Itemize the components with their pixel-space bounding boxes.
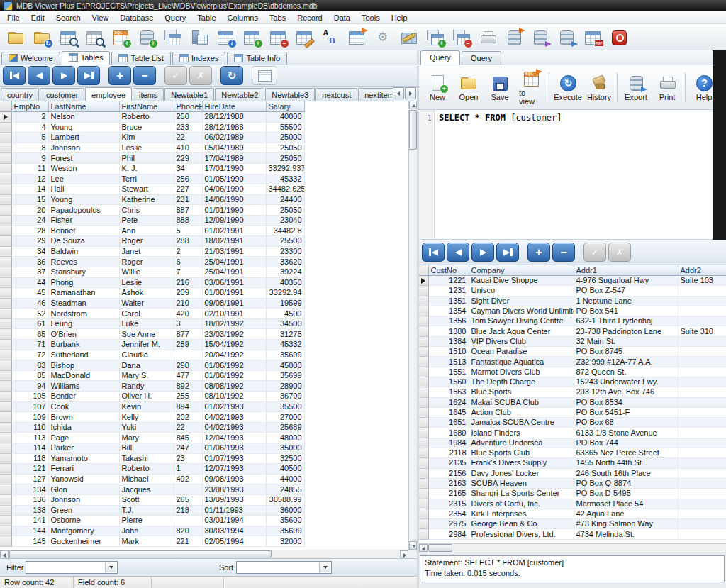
employee-row[interactable]: 94 Williams Randy 892 08/08/1992 28900 bbox=[0, 381, 304, 392]
cell-addr2[interactable] bbox=[678, 448, 726, 458]
cell-firstname[interactable]: Ashok bbox=[119, 288, 174, 299]
cell-lastname[interactable]: MacDonald bbox=[48, 370, 119, 381]
query-export-button[interactable]: Export bbox=[617, 72, 652, 103]
cell-salary[interactable]: 35699 bbox=[266, 370, 304, 381]
customer-row[interactable]: 2163 SCUBA Heaven PO Box Q-8874 bbox=[419, 478, 726, 488]
employee-row[interactable]: 138 Green T.J. 218 01/11/1993 36000 bbox=[0, 505, 304, 516]
column-header[interactable]: FirstName bbox=[119, 101, 174, 112]
open-database-icon[interactable] bbox=[2, 26, 28, 49]
cell-empno[interactable]: 71 bbox=[11, 340, 48, 350]
cell-hiredate[interactable]: 12/09/1990 bbox=[202, 215, 266, 226]
cell-phoneext[interactable]: 255 bbox=[174, 392, 202, 402]
query-save-button[interactable]: Save bbox=[484, 72, 515, 103]
cell-empno[interactable]: 121 bbox=[11, 464, 48, 475]
cell-empno[interactable]: 36 bbox=[11, 257, 48, 267]
export-table-icon[interactable] bbox=[343, 26, 369, 49]
cell-phoneext[interactable]: 250 bbox=[174, 112, 202, 123]
cell-lastname[interactable]: O'Brien bbox=[48, 329, 119, 340]
row-selector[interactable] bbox=[0, 433, 11, 443]
cell-hiredate[interactable]: 21/03/1991 bbox=[202, 246, 266, 257]
cell-phoneext[interactable]: 227 bbox=[174, 184, 202, 195]
cell-addr2[interactable] bbox=[678, 357, 726, 367]
insert-record-button[interactable] bbox=[108, 66, 131, 85]
cell-addr1[interactable]: PO Box Z-547 bbox=[574, 286, 678, 296]
cell-phoneext[interactable] bbox=[174, 350, 202, 360]
sort-combobox[interactable] bbox=[236, 561, 332, 574]
column-header[interactable]: HireDate bbox=[202, 101, 266, 112]
cell-salary[interactable]: 24855 bbox=[266, 484, 304, 495]
cancel-edit-button[interactable] bbox=[189, 66, 212, 85]
cell-company[interactable]: Fantastique Aquatica bbox=[469, 357, 574, 367]
refresh-data-button[interactable] bbox=[220, 66, 243, 85]
cell-salary[interactable]: 25000 bbox=[266, 133, 304, 143]
row-selector[interactable] bbox=[0, 474, 11, 484]
row-selector[interactable] bbox=[419, 377, 428, 387]
cell-custno[interactable]: 2975 bbox=[428, 519, 469, 529]
cell-salary[interactable]: 33292.94 bbox=[266, 288, 304, 299]
compact-database-icon[interactable] bbox=[527, 26, 553, 49]
prior-record-button[interactable] bbox=[28, 66, 50, 85]
cell-addr1[interactable]: PO Box 744 bbox=[574, 438, 678, 448]
cell-empno[interactable]: 9 bbox=[11, 153, 48, 164]
customer-row[interactable]: 2984 Professional Divers, Ltd. 4734 Meli… bbox=[419, 529, 726, 539]
result-first-button[interactable] bbox=[422, 243, 445, 262]
cell-salary[interactable]: 35699 bbox=[266, 526, 304, 536]
cell-company[interactable]: Davy Jones' Locker bbox=[469, 468, 574, 478]
cell-empno[interactable]: 2 bbox=[11, 112, 48, 123]
cell-firstname[interactable]: Willie bbox=[119, 267, 174, 277]
row-selector[interactable] bbox=[0, 329, 11, 340]
tab-table-info[interactable]: Table Info bbox=[227, 52, 287, 65]
row-selector[interactable] bbox=[419, 357, 428, 367]
cell-addr2[interactable] bbox=[678, 489, 726, 499]
cell-salary[interactable]: 45000 bbox=[266, 360, 304, 371]
cell-company[interactable]: SCUBA Heaven bbox=[469, 478, 574, 488]
cell-salary[interactable]: 40000 bbox=[266, 112, 304, 123]
cell-lastname[interactable]: Phong bbox=[48, 277, 119, 288]
cell-company[interactable]: Cayman Divers World Unlimited bbox=[469, 306, 574, 316]
cell-custno[interactable]: 2156 bbox=[428, 468, 469, 478]
employee-row[interactable]: 29 De Souza Roger 288 18/02/1991 25500 bbox=[0, 236, 304, 247]
column-header[interactable]: Salary bbox=[266, 101, 304, 112]
cell-lastname[interactable]: Forest bbox=[48, 153, 119, 164]
row-selector[interactable] bbox=[0, 464, 11, 475]
row-selector[interactable] bbox=[0, 288, 11, 299]
employee-row[interactable]: 36 Reeves Roger 6 25/04/1991 33620 bbox=[0, 257, 304, 267]
cell-firstname[interactable]: Roberto bbox=[119, 112, 174, 123]
row-selector[interactable] bbox=[0, 340, 11, 350]
table-tab[interactable]: Newtable1 bbox=[164, 88, 214, 101]
cell-salary[interactable]: 36000 bbox=[266, 505, 304, 516]
employee-row[interactable]: 20 Papadopoulos Chris 887 01/01/1990 250… bbox=[0, 205, 304, 216]
cell-salary[interactable]: 40350 bbox=[266, 277, 304, 288]
menu-query[interactable]: Query bbox=[159, 13, 191, 23]
employee-row[interactable]: 71 Burbank Jennifer M. 289 15/04/1992 45… bbox=[0, 340, 304, 350]
add-tab-icon[interactable] bbox=[422, 26, 448, 49]
options-icon[interactable] bbox=[369, 26, 396, 49]
cell-lastname[interactable]: Bishop bbox=[48, 360, 119, 371]
employee-row[interactable]: 2 Nelson Roberto 250 28/12/1988 40000 bbox=[0, 112, 304, 123]
cell-lastname[interactable]: Green bbox=[48, 505, 119, 516]
cell-lastname[interactable]: Lambert bbox=[48, 133, 119, 143]
cell-custno[interactable]: 2165 bbox=[428, 489, 469, 499]
cell-lastname[interactable]: Young bbox=[48, 194, 119, 205]
cell-hiredate[interactable]: 08/08/1992 bbox=[202, 381, 266, 392]
cell-firstname[interactable]: Janet bbox=[119, 246, 174, 257]
query-execute-button[interactable]: Execute bbox=[549, 72, 583, 103]
tab-scroll-left-button[interactable] bbox=[393, 87, 404, 99]
cell-company[interactable]: Kirk Enterprises bbox=[469, 509, 574, 518]
cell-lastname[interactable]: Hall bbox=[48, 184, 119, 195]
cell-phoneext[interactable]: 210 bbox=[174, 298, 202, 309]
cell-hiredate[interactable]: 15/04/1992 bbox=[202, 340, 266, 350]
cell-phoneext[interactable] bbox=[174, 484, 202, 495]
cell-addr1[interactable]: 6133 1/3 Stone Avenue bbox=[574, 428, 678, 438]
result-prior-button[interactable] bbox=[447, 243, 469, 262]
row-selector[interactable] bbox=[419, 336, 428, 346]
scroll-left-button[interactable] bbox=[419, 544, 428, 552]
cell-addr1[interactable]: PO Box 541 bbox=[574, 306, 678, 316]
cell-firstname[interactable]: Claudia bbox=[119, 350, 174, 360]
cell-phoneext[interactable]: 290 bbox=[174, 360, 202, 371]
column-header[interactable]: Company bbox=[469, 265, 574, 276]
cell-phoneext[interactable]: 265 bbox=[174, 494, 202, 505]
scroll-right-button[interactable] bbox=[400, 550, 408, 558]
row-selector[interactable] bbox=[419, 418, 428, 428]
cell-phoneext[interactable]: 247 bbox=[174, 443, 202, 454]
